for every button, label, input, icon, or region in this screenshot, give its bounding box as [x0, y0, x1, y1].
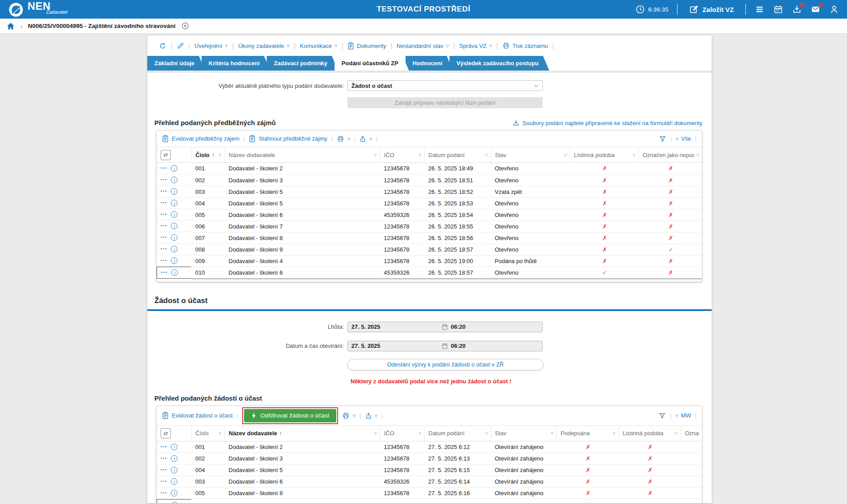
- row-menu-icon[interactable]: •••: [161, 491, 167, 495]
- column-settings-icon[interactable]: ⇄: [161, 150, 171, 160]
- download-interests-link[interactable]: Stáhnout předběžné zájmy: [249, 135, 327, 142]
- table-row[interactable]: •••i009Dodavatel - školení 41234567826. …: [157, 255, 702, 267]
- row-info-icon[interactable]: i: [171, 490, 177, 496]
- submission-type-select[interactable]: Žádost o účast: [347, 80, 543, 91]
- toolbar-item-uve-ejn-n-[interactable]: Uveřejnění▽: [190, 43, 232, 49]
- print-menu-button[interactable]: ▽: [342, 412, 355, 419]
- calendar-icon[interactable]: [773, 4, 783, 14]
- row-info-icon[interactable]: i: [171, 444, 177, 450]
- create-vz-button[interactable]: Založit VZ: [686, 4, 737, 15]
- caret-down-icon[interactable]: ▽: [374, 153, 377, 157]
- caret-down-icon[interactable]: ▽: [675, 414, 678, 418]
- caret-down-icon[interactable]: ▽: [219, 431, 221, 435]
- row-menu-icon[interactable]: •••: [161, 166, 167, 170]
- table-row[interactable]: •••i003Dodavatel - školení 51234567826. …: [157, 186, 702, 197]
- column-header--slo[interactable]: Číslo▽: [191, 425, 225, 441]
- column-header-i-o[interactable]: IČO▽: [380, 147, 424, 163]
- row-menu-icon[interactable]: •••: [161, 247, 167, 251]
- table-row[interactable]: •••i005Dodavatel - školení 64535932626. …: [157, 209, 702, 220]
- register-request-link[interactable]: Evidovat žádost o účast: [162, 412, 232, 419]
- column-header-i-o[interactable]: IČO▽: [380, 425, 424, 441]
- column-settings-icon[interactable]: ⇄: [161, 428, 171, 438]
- mail-icon[interactable]: [811, 4, 820, 14]
- row-info-icon[interactable]: i: [171, 234, 177, 241]
- tab-hodnocen-[interactable]: Hodnocení: [406, 56, 453, 71]
- caret-down-icon[interactable]: ▽: [551, 431, 553, 435]
- submission-files-link[interactable]: Soubory podání najdete připravené ke sta…: [512, 119, 702, 126]
- tab-v-sledek-zad-vac-ho-postupu[interactable]: Výsledek zadávacího postupu: [449, 56, 549, 71]
- column-header-datum-pod-n-[interactable]: Datum podání▽: [424, 425, 491, 441]
- toolbar-item-komunikace[interactable]: Komunikace▽: [295, 43, 342, 49]
- row-info-icon[interactable]: i: [171, 211, 177, 218]
- table-row[interactable]: •••i008Dodavatel - školení 91234567826. …: [157, 244, 702, 255]
- user-icon[interactable]: [829, 4, 839, 14]
- row-info-icon[interactable]: i: [171, 502, 178, 504]
- row-info-icon[interactable]: i: [171, 257, 177, 264]
- toolbar-item-spr-va-vz[interactable]: Správa VZ▽: [455, 43, 496, 49]
- row-info-icon[interactable]: i: [171, 269, 178, 276]
- table-row[interactable]: •••i005Dodavatel - školení 81234567827. …: [157, 488, 702, 499]
- register-interest-link[interactable]: Evidovat předběžný zájem: [162, 135, 239, 142]
- downloads-icon[interactable]: [792, 4, 802, 14]
- export-menu-button[interactable]: ▽: [365, 412, 378, 419]
- saved-view-selector[interactable]: ▽MW: [675, 412, 691, 419]
- toolbar-item-nestandardn-stav[interactable]: Nestandardní stav▽: [392, 43, 453, 49]
- column-header-listinn-podoba[interactable]: Listinná podoba▽: [619, 425, 681, 441]
- caret-down-icon[interactable]: ▽: [418, 153, 421, 157]
- saved-view-selector[interactable]: ▽Vše: [676, 135, 691, 142]
- caret-down-icon[interactable]: ▽: [287, 44, 289, 48]
- row-info-icon[interactable]: i: [171, 455, 177, 462]
- row-info-icon[interactable]: i: [171, 246, 177, 252]
- filter-button[interactable]: [659, 135, 666, 142]
- row-info-icon[interactable]: i: [171, 467, 177, 473]
- toolbar-item--kony-zadavatele[interactable]: Úkony zadavatele▽: [234, 43, 294, 49]
- toolbar-icon-button[interactable]: [154, 42, 171, 50]
- caret-down-icon[interactable]: ▽: [485, 431, 488, 435]
- row-menu-icon[interactable]: •••: [161, 457, 167, 461]
- caret-down-icon[interactable]: ▽: [485, 153, 488, 157]
- row-menu-icon[interactable]: •••: [161, 259, 167, 263]
- caret-down-icon[interactable]: ▽: [369, 138, 372, 141]
- export-menu-button[interactable]: ▽: [359, 135, 372, 142]
- tab-pod-n-astn-k-zp[interactable]: Podání účastníků ZP: [335, 56, 409, 71]
- table-row[interactable]: •••i007Dodavatel - školení 81234567826. …: [157, 232, 702, 244]
- row-menu-icon[interactable]: •••: [161, 213, 167, 217]
- row-info-icon[interactable]: i: [171, 200, 177, 206]
- row-info-icon[interactable]: i: [171, 478, 177, 485]
- table-row[interactable]: •••i001Dodavatel - školení 21234567826. …: [157, 163, 702, 175]
- column-header-ozna-en-jako-nepodan-[interactable]: Označen jako nepodaný▽: [638, 147, 702, 163]
- toolbar-item-tisk-z-znamu[interactable]: Tisk záznamu: [498, 42, 552, 49]
- column-header-stav[interactable]: Stav▽: [491, 425, 556, 441]
- column-header-stav[interactable]: Stav▽: [491, 147, 570, 163]
- table-row[interactable]: •••i004Dodavatel - školení 51234567827. …: [157, 465, 702, 476]
- caret-down-icon[interactable]: ▽: [335, 44, 337, 48]
- caret-down-icon[interactable]: ▽: [446, 44, 449, 48]
- caret-down-icon[interactable]: ▽: [374, 431, 377, 435]
- caret-down-icon[interactable]: ▽: [347, 138, 350, 141]
- column-header-n-zev-dodavatele[interactable]: Název dodavatele▽: [225, 147, 380, 163]
- tab-zad-vac-podm-nky[interactable]: Zadávací podmínky: [267, 56, 338, 71]
- print-menu-button[interactable]: ▽: [337, 135, 350, 142]
- row-info-icon[interactable]: i: [171, 188, 177, 195]
- column-header--slo[interactable]: Číslo↑▽: [191, 147, 225, 163]
- tab-krit-ria-hodnocen-[interactable]: Kritéria hodnocení: [201, 56, 270, 71]
- row-menu-icon[interactable]: •••: [161, 178, 167, 182]
- table-row[interactable]: •••i004Dodavatel - školení 51234567826. …: [157, 197, 702, 209]
- column-header-n-zev-dodavatele[interactable]: Název dodavatele↑▽: [225, 425, 380, 441]
- table-row[interactable]: •••i001Dodavatel - školení 21234567827. …: [157, 441, 702, 453]
- table-row[interactable]: •••i006Dodavatel - školení 81234567827. …: [157, 499, 702, 504]
- filter-button[interactable]: [658, 412, 666, 419]
- close-record-icon[interactable]: [181, 22, 189, 30]
- toolbar-icon-button[interactable]: [173, 42, 189, 49]
- menu-icon[interactable]: [755, 4, 764, 14]
- row-menu-icon[interactable]: •••: [161, 445, 167, 449]
- row-menu-icon[interactable]: •••: [161, 189, 167, 193]
- table-row[interactable]: •••i002Dodavatel - školení 31234567827. …: [157, 453, 702, 465]
- column-header-datum-pod-n-[interactable]: Datum podání▽: [424, 147, 491, 163]
- row-info-icon[interactable]: i: [171, 177, 177, 183]
- caret-down-icon[interactable]: ▽: [675, 431, 678, 435]
- row-menu-icon[interactable]: •••: [161, 468, 167, 472]
- start-next-phase-button[interactable]: Zahájit přípravu následující fáze podání: [347, 97, 543, 108]
- row-info-icon[interactable]: i: [171, 223, 177, 229]
- caret-down-icon[interactable]: ▽: [564, 153, 567, 157]
